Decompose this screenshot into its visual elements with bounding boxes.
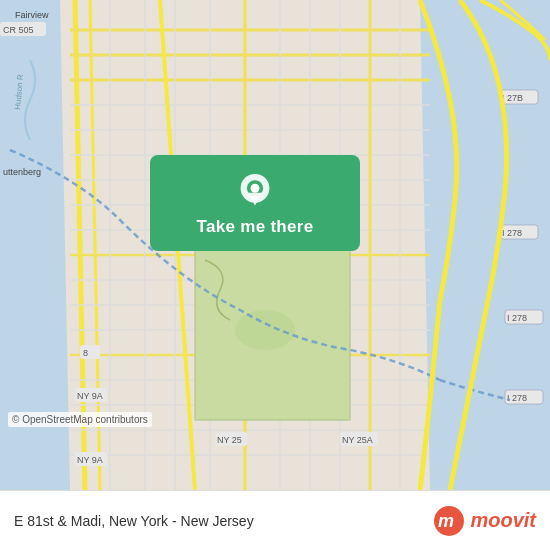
svg-text:I 278: I 278 (507, 393, 527, 403)
svg-text:I 278: I 278 (507, 313, 527, 323)
svg-text:uttenberg: uttenberg (3, 167, 41, 177)
svg-text:NY 25: NY 25 (217, 435, 242, 445)
moovit-logo: m moovit (433, 505, 536, 537)
location-label: E 81st & Madi, New York - New Jersey (14, 513, 254, 529)
svg-text:NY 9A: NY 9A (77, 391, 103, 401)
map-container: CR 505 8 NY 9A NY 9A NY 25 NY 25A I 27B … (0, 0, 550, 490)
svg-text:I 27B: I 27B (502, 93, 523, 103)
svg-text:NY 9A: NY 9A (77, 455, 103, 465)
svg-text:NY 25A: NY 25A (342, 435, 373, 445)
bottom-bar: E 81st & Madi, New York - New Jersey m m… (0, 490, 550, 550)
svg-text:Fairview: Fairview (15, 10, 49, 20)
svg-text:CR 505: CR 505 (3, 25, 34, 35)
map-attribution: © OpenStreetMap contributors (8, 412, 152, 427)
svg-point-36 (235, 310, 295, 350)
svg-text:I 278: I 278 (502, 228, 522, 238)
moovit-text: moovit (470, 509, 536, 532)
moovit-icon: m (433, 505, 465, 537)
svg-text:m: m (438, 511, 454, 531)
take-me-there-button[interactable]: Take me there (150, 155, 360, 251)
svg-text:8: 8 (83, 348, 88, 358)
svg-point-62 (251, 184, 260, 193)
map-pin-icon (237, 173, 273, 209)
button-label: Take me there (197, 217, 314, 237)
svg-marker-2 (420, 0, 550, 490)
